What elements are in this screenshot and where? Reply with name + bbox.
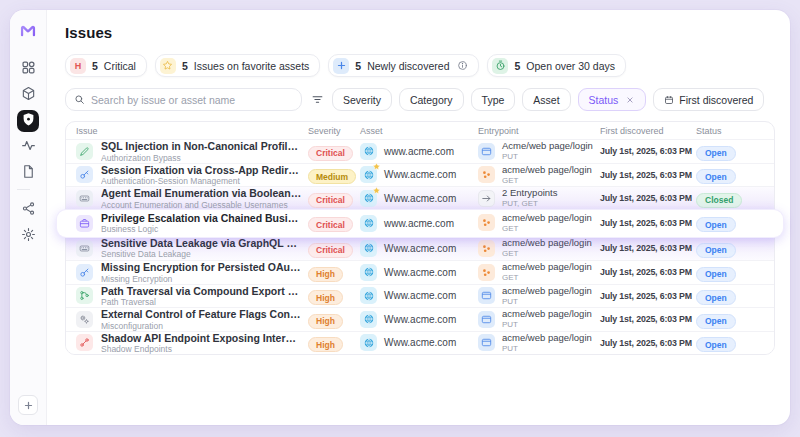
severity-badge: High [308,267,343,282]
favorite-star-icon [372,186,381,195]
close-icon[interactable] [625,95,635,105]
stat-chip-issues-on-favorite-assets[interactable]: 5Issues on favorite assets [155,54,320,77]
status-badge: Open [696,290,736,305]
globe-icon [360,143,377,160]
stat-chip-critical[interactable]: H5Critical [65,54,147,77]
globe-icon [360,166,377,183]
info-icon[interactable] [457,60,468,71]
stat-chip-count: 5 [92,60,98,72]
entrypoint-name: acme/web page/login [502,165,592,176]
entrypoint-method: PUT, GET [502,199,557,209]
browser-icon [478,311,495,328]
filter-button-asset[interactable]: Asset [522,88,570,111]
entrypoint-text: Acme/web page/loginPUT [502,141,593,162]
route-icon [76,334,93,351]
sidebar-item-settings[interactable] [17,225,39,247]
table-row[interactable]: Agent Email Enumeration via Boolean Resp… [66,186,774,210]
filter-button-label: Severity [343,94,381,106]
entrypoint-method: PUT [502,152,593,162]
issues-table: IssueSeverityAssetEntrypointFirst discov… [65,121,775,355]
page-title: Issues [65,24,775,41]
share-icon [21,201,36,220]
filter-button-severity[interactable]: Severity [332,88,392,111]
entrypoint-text: 2 EntrypointsPUT, GET [502,188,557,209]
table-row[interactable]: Missing Encryption for Persisted OAuth A… [66,260,774,284]
keyboard-icon [76,190,93,207]
globe-icon [360,311,377,328]
entrypoint-cell: Acme/web page/loginPUT [478,141,600,162]
table-row[interactable]: Shadow API Endpoint Exposing Internal Ru… [66,331,774,355]
sidebar-nav [17,58,39,251]
asset-name: Www.acme.com [384,169,456,180]
sidebar-item-document[interactable] [17,162,39,184]
asset-cell: Www.acme.com [360,240,478,257]
table-row[interactable]: External Control of Feature Flags Config… [66,307,774,331]
gears-icon [76,311,93,328]
issue-cell: SQL Injection in Non-Canonical Profile U… [76,140,308,163]
first-discovered: July 1st, 2025, 6:03 PM [600,267,696,277]
search-icon [74,94,85,105]
table-row[interactable]: Privilege Escalation via Chained Busines… [57,210,783,237]
stat-chip-newly-discovered[interactable]: 5Newly discovered [328,54,479,77]
issue-cell: Agent Email Enumeration via Boolean Resp… [76,187,308,210]
stat-chip-open-over-30-days[interactable]: 5Open over 30 days [487,54,626,77]
globe-icon [360,240,377,257]
nodes-icon [478,240,495,257]
table-row[interactable]: Session Fixation via Cross-App Redirect … [66,163,774,187]
column-header-first-discovered: First discovered [600,126,696,136]
entrypoint-text: acme/web page/loginPUT [502,333,592,354]
filter-bar: SeverityCategoryTypeAssetStatusFirst dis… [65,88,775,111]
filter-button-type[interactable]: Type [471,88,516,111]
asset-name: www.acme.com [384,218,454,229]
globe-icon [360,215,377,232]
issue-text: SQL Injection in Non-Canonical Profile U… [101,140,302,163]
stat-chip-count: 5 [355,60,361,72]
entrypoint-name: acme/web page/login [502,309,592,320]
asset-name: www.acme.com [384,146,454,157]
sidebar [10,10,47,425]
sidebar-item-dashboard[interactable] [17,58,39,80]
stat-chips: H5Critical5Issues on favorite assets5New… [65,54,775,77]
search-input[interactable] [91,94,293,106]
issue-category: Account Enumeration and Guessable Userna… [101,200,302,210]
sidebar-item-package[interactable] [17,84,39,106]
filter-button-status[interactable]: Status [578,88,647,111]
app-window: Issues H5Critical5Issues on favorite ass… [10,10,790,425]
entrypoint-text: acme/web page/loginPUT [502,286,592,307]
filter-lines-icon[interactable] [309,92,325,108]
sidebar-item-issues[interactable] [17,110,39,132]
app-logo-icon[interactable] [19,22,37,40]
entrypoint-name: 2 Entrypoints [502,188,557,199]
entrypoint-cell: acme/web page/loginPUT [478,286,600,307]
entrypoint-text: acme/web page/loginGET [502,213,592,234]
sidebar-item-share[interactable] [17,199,39,221]
status-cell: Open [696,239,774,258]
stat-chip-label: Issues on favorite assets [194,60,310,72]
favorite-star-icon [372,162,381,171]
status-badge: Open [696,337,736,352]
sidebar-add-button[interactable] [18,395,38,415]
entrypoint-method: GET [502,273,592,283]
severity-badge: Critical [308,146,353,161]
filter-button-category[interactable]: Category [399,88,464,111]
entrypoint-text: acme/web page/loginPUT [502,309,592,330]
stat-chip-count: 5 [514,60,520,72]
status-badge: Closed [696,193,742,208]
table-row[interactable]: Sensitive Data Leakage via GraphQL Schem… [66,237,774,261]
key-icon [76,166,93,183]
entrypoint-cell: 2 EntrypointsPUT, GET [478,188,600,209]
search-box[interactable] [65,88,302,111]
first-discovered: July 1st, 2025, 6:03 PM [600,146,696,156]
stat-chip-count: 5 [182,60,188,72]
issue-title: Sensitive Data Leakage via GraphQL Schem… [101,237,302,249]
status-badge: Open [696,314,736,329]
filter-button-first-discovered[interactable]: First discovered [653,88,764,111]
table-row[interactable]: Path Traversal via Compound Export Param… [66,284,774,308]
table-row[interactable]: SQL Injection in Non-Canonical Profile U… [66,139,774,163]
asset-cell: Www.acme.com [360,287,478,304]
sidebar-item-activity[interactable] [17,136,39,158]
entrypoint-cell: acme/web page/loginGET [478,262,600,283]
entrypoint-cell: acme/web page/loginPUT [478,309,600,330]
asset-cell: Www.acme.com [360,166,478,183]
issue-title: Privilege Escalation via Chained Busines… [101,212,302,224]
